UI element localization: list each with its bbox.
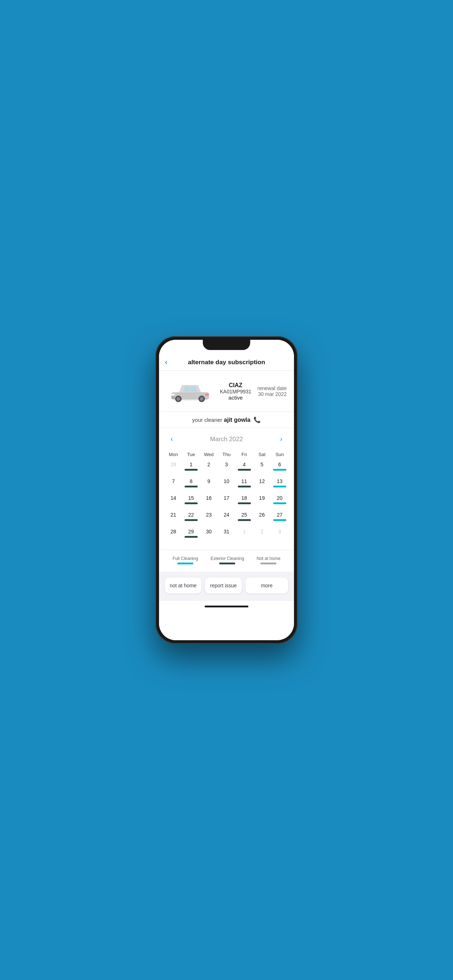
svg-rect-7 xyxy=(205,394,209,396)
day-cell: 26 xyxy=(254,511,271,527)
day-number[interactable]: 23 xyxy=(206,512,212,518)
car-svg xyxy=(168,379,212,404)
not-at-home-button[interactable]: not at home xyxy=(165,578,201,593)
home-bar xyxy=(205,606,248,608)
car-image xyxy=(166,377,214,406)
day-indicator-exterior xyxy=(238,519,251,521)
day-number[interactable]: 4 xyxy=(243,461,246,468)
day-number[interactable]: 1 xyxy=(243,529,246,535)
day-number[interactable]: 6 xyxy=(278,461,281,468)
day-cell: 27 xyxy=(271,511,288,527)
day-number[interactable]: 8 xyxy=(190,478,193,485)
day-cell: 28 xyxy=(165,528,182,544)
day-number[interactable]: 16 xyxy=(206,495,212,501)
day-indicator-exterior xyxy=(185,519,198,521)
next-month-button[interactable]: › xyxy=(277,434,285,444)
svg-point-3 xyxy=(177,397,180,401)
day-cell: 18 xyxy=(236,495,253,511)
calendar-nav: ‹ March 2022 › xyxy=(165,434,288,444)
day-cell: 8 xyxy=(183,477,200,494)
day-cell: 7 xyxy=(165,477,182,494)
day-number[interactable]: 15 xyxy=(188,495,194,501)
day-cell: 24 xyxy=(218,511,235,527)
day-cell: 2 xyxy=(254,528,271,544)
day-cell: 14 xyxy=(165,495,182,511)
day-number[interactable]: 30 xyxy=(206,529,212,535)
legend-label: Full Cleaning xyxy=(172,556,198,561)
back-button[interactable]: ‹ xyxy=(165,358,167,367)
cleaner-name-text: ajit gowla xyxy=(224,417,250,423)
car-name: CIAZ xyxy=(214,382,257,389)
day-number[interactable]: 5 xyxy=(260,461,263,468)
app-header: ‹ alternate day subscription xyxy=(159,356,294,371)
more-button[interactable]: more xyxy=(246,578,288,593)
day-number[interactable]: 31 xyxy=(223,529,230,535)
day-number[interactable]: 24 xyxy=(223,512,230,518)
day-indicator-exterior xyxy=(185,503,198,504)
day-number[interactable]: 27 xyxy=(277,512,283,518)
day-number[interactable]: 9 xyxy=(207,478,211,485)
day-indicator-full xyxy=(273,485,286,487)
day-cell: 10 xyxy=(218,477,235,494)
day-number[interactable]: 3 xyxy=(225,461,228,468)
day-cell: 31 xyxy=(218,528,235,544)
action-buttons: not at homereport issuemore xyxy=(159,572,294,601)
day-number[interactable]: 19 xyxy=(259,495,265,501)
day-number[interactable]: 18 xyxy=(241,495,247,501)
day-header-sun: Sun xyxy=(271,450,288,460)
day-indicator-exterior xyxy=(185,485,198,487)
legend-item-not-home: Not at home xyxy=(257,556,281,565)
day-header-sat: Sat xyxy=(254,450,271,460)
day-cell: 19 xyxy=(254,495,271,511)
day-header-thu: Thu xyxy=(218,450,235,460)
day-cell: 11 xyxy=(236,477,253,494)
day-cell: 6 xyxy=(271,461,288,477)
day-indicator-full xyxy=(273,469,286,471)
svg-rect-6 xyxy=(171,394,175,396)
svg-point-5 xyxy=(200,397,204,401)
legend-bar-exterior xyxy=(219,563,235,565)
day-number[interactable]: 26 xyxy=(259,512,265,518)
cleaner-label: your cleaner xyxy=(192,417,222,423)
day-header-wed: Wed xyxy=(200,450,217,460)
day-cell: 21 xyxy=(165,511,182,527)
phone-icon[interactable]: 📞 xyxy=(254,417,261,423)
prev-month-button[interactable]: ‹ xyxy=(168,434,176,444)
calendar-section: ‹ March 2022 › MonTueWedThuFriSatSun2812… xyxy=(159,428,294,550)
home-indicator xyxy=(159,601,294,612)
day-number[interactable]: 12 xyxy=(259,478,265,485)
day-header-tue: Tue xyxy=(183,450,200,460)
day-cell: 28 xyxy=(165,461,182,477)
renewal-label: renewal date xyxy=(257,385,287,391)
day-number[interactable]: 11 xyxy=(241,478,247,485)
day-number[interactable]: 1 xyxy=(190,461,193,468)
day-number[interactable]: 2 xyxy=(260,529,263,535)
day-number[interactable]: 7 xyxy=(172,478,175,485)
day-indicator-exterior xyxy=(238,503,251,504)
day-indicator-exterior xyxy=(185,469,198,471)
day-cell: 12 xyxy=(254,477,271,494)
phone-frame: ‹ alternate day subscription xyxy=(155,336,298,644)
day-number[interactable]: 10 xyxy=(223,478,230,485)
day-indicator-exterior xyxy=(185,536,198,538)
day-number[interactable]: 28 xyxy=(170,461,176,468)
legend-label: Exterior Cleaning xyxy=(211,556,244,561)
day-number[interactable]: 21 xyxy=(170,512,176,518)
day-header-mon: Mon xyxy=(165,450,182,460)
report-issue-button[interactable]: report issue xyxy=(205,578,241,593)
day-number[interactable]: 20 xyxy=(277,495,283,501)
day-number[interactable]: 13 xyxy=(277,478,283,485)
day-number[interactable]: 28 xyxy=(170,529,176,535)
day-cell: 16 xyxy=(200,495,217,511)
day-header-fri: Fri xyxy=(236,450,253,460)
page-title: alternate day subscription xyxy=(188,359,265,366)
day-number[interactable]: 29 xyxy=(188,529,194,535)
day-number[interactable]: 3 xyxy=(278,529,281,535)
day-number[interactable]: 22 xyxy=(188,512,194,518)
notch xyxy=(203,340,250,350)
day-number[interactable]: 14 xyxy=(170,495,176,501)
day-number[interactable]: 2 xyxy=(207,461,211,468)
day-number[interactable]: 17 xyxy=(223,495,230,501)
day-number[interactable]: 25 xyxy=(241,512,247,518)
legend-section: Full CleaningExterior CleaningNot at hom… xyxy=(159,550,294,572)
